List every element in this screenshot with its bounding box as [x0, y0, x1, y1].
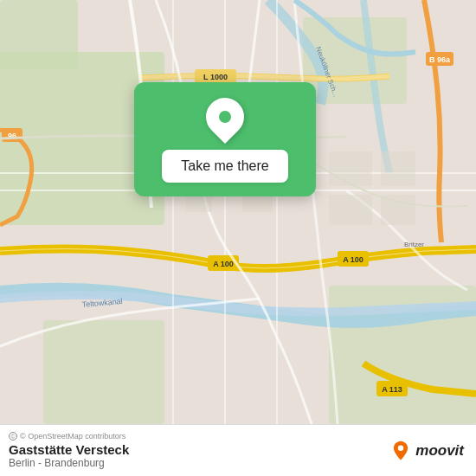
svg-text:B 96a: B 96a: [429, 55, 451, 64]
svg-rect-29: [329, 151, 372, 186]
moovit-logo: moovit: [389, 440, 464, 462]
svg-rect-2: [0, 0, 78, 69]
svg-text:Britzer: Britzer: [404, 241, 424, 248]
svg-text:L 1000: L 1000: [203, 73, 228, 81]
svg-rect-30: [381, 151, 415, 186]
take-me-there-button[interactable]: Take me there: [162, 150, 287, 183]
pin-dot: [219, 111, 231, 123]
moovit-pin-icon: [389, 440, 412, 462]
copyright-icon: ©: [9, 432, 17, 441]
svg-text:A 100: A 100: [343, 255, 363, 264]
svg-point-34: [398, 445, 404, 451]
svg-rect-32: [381, 195, 415, 225]
attribution-text: © OpenStreetMap contributors: [20, 432, 125, 441]
svg-text:A 100: A 100: [213, 260, 234, 268]
place-name: Gaststätte Versteck: [9, 442, 129, 457]
popup-card: Take me there: [134, 82, 316, 196]
map-container: L 1000 A 100 A 100 B 96a A 113 96 Telto: [0, 0, 476, 424]
place-info: © © OpenStreetMap contributors Gaststätt…: [9, 432, 129, 469]
svg-text:A 113: A 113: [382, 385, 402, 394]
svg-rect-31: [329, 195, 372, 225]
location-pin: [198, 90, 252, 144]
place-location: Berlin - Brandenburg: [9, 457, 129, 469]
attribution: © © OpenStreetMap contributors: [9, 432, 129, 441]
map-svg: L 1000 A 100 A 100 B 96a A 113 96 Telto: [0, 0, 476, 424]
moovit-brand-text: moovit: [415, 442, 464, 460]
svg-rect-5: [43, 320, 164, 424]
bottom-bar: © © OpenStreetMap contributors Gaststätt…: [0, 424, 476, 476]
